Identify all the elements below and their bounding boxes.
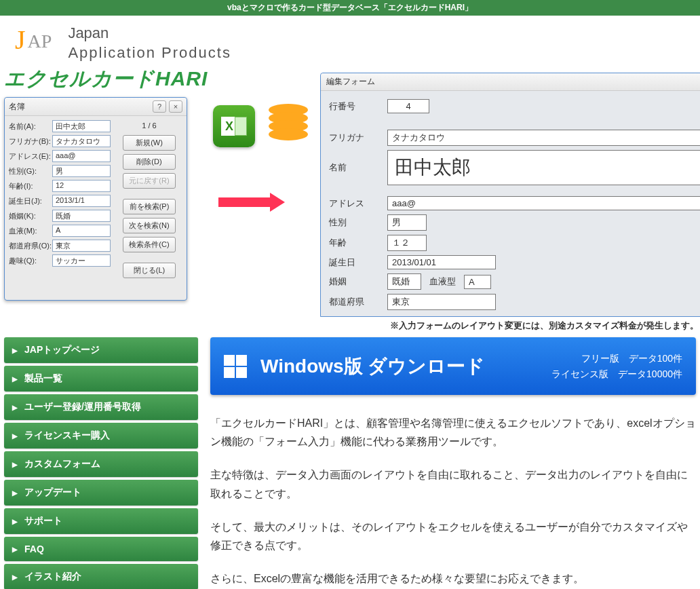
nav-label-7: FAQ [24, 544, 44, 554]
download-title: Windows版 ダウンロード [260, 354, 551, 379]
download-button[interactable]: Windows版 ダウンロード フリー版 データ100件 ライセンス版 データ1… [210, 337, 696, 395]
chevron-right-icon: ▶ [12, 432, 18, 440]
database-icon [269, 104, 308, 136]
dlg-label-2: アドレス(E): [9, 151, 52, 162]
address-label: アドレス [329, 197, 387, 210]
chevron-right-icon: ▶ [12, 347, 18, 354]
close-button[interactable]: 閉じる(L) [123, 263, 176, 278]
nav-label-8: イラスト紹介 [24, 571, 81, 583]
dlg-input-4[interactable]: 12 [52, 180, 111, 192]
header: J AP Japan Application Products [0, 16, 700, 62]
dialog-title: 名簿 [9, 101, 150, 113]
marriage-label: 婚姻 [329, 276, 387, 288]
chevron-right-icon: ▶ [12, 461, 18, 468]
nav-item-3[interactable]: ▶ライセンスキー購入 [4, 423, 198, 449]
logo-line1: Japan [68, 24, 231, 43]
dlg-input-5[interactable]: 2013/1/1 [52, 195, 111, 207]
nav-item-1[interactable]: ▶製品一覧 [4, 366, 198, 392]
dlg-label-5: 誕生日(J): [9, 196, 52, 206]
dlg-label-4: 年齢(I): [9, 181, 52, 191]
dl-free-label: フリー版 [581, 353, 619, 364]
address-input[interactable]: aaa@ [387, 196, 700, 210]
paragraph-1: 主な特徴は、データ入力画面のレイアウトを自由に取れること、データ出力のレイアウト… [210, 466, 696, 502]
nav-label-0: JAPトップページ [24, 344, 100, 356]
next-button[interactable]: 次を検索(N) [123, 218, 176, 233]
nav-label-1: 製品一覧 [24, 373, 62, 385]
arrow-icon [218, 197, 285, 212]
paragraph-2: そして、最大のメリットは、そのレイアウトをエクセルを使えるユーザーが自分でカスタ… [210, 518, 696, 554]
dlg-input-8[interactable]: 東京 [52, 240, 111, 252]
nav-item-8[interactable]: ▶イラスト紹介 [4, 564, 198, 589]
dialog-close-button[interactable]: × [169, 100, 182, 113]
nav-label-2: ユーザー登録/運用番号取得 [24, 401, 141, 413]
hero-area: 名簿 ? × 名前(A):田中太郎フリガナ(B):タナカタロウアドレス(E):a… [4, 97, 696, 332]
blood-input[interactable]: A [464, 275, 491, 289]
dlg-label-3: 性別(G): [9, 166, 52, 176]
dlg-input-9[interactable]: サッカー [52, 254, 111, 267]
content: Windows版 ダウンロード フリー版 データ100件 ライセンス版 データ1… [210, 337, 696, 589]
marriage-input[interactable]: 既婚 [387, 273, 421, 290]
logo-line2: Application Products [68, 43, 231, 63]
gender-input[interactable]: 男 [387, 214, 427, 231]
new-button[interactable]: 新規(W) [123, 135, 176, 151]
layout-note: ※入力フォームのレイアウト変更には、別途カスタマイズ料金が発生します。 [390, 320, 699, 332]
nav-item-5[interactable]: ▶アップデート [4, 480, 198, 506]
criteria-button[interactable]: 検索条件(C) [123, 237, 176, 252]
logo-j: J [15, 24, 26, 56]
chevron-right-icon: ▶ [12, 573, 18, 581]
nav-item-0[interactable]: ▶JAPトップページ [4, 337, 198, 363]
meibo-dialog: 名簿 ? × 名前(A):田中太郎フリガナ(B):タナカタロウアドレス(E):a… [4, 97, 187, 301]
nav-label-5: アップデート [24, 487, 81, 499]
dl-license-label: ライセンス版 [551, 368, 608, 379]
dlg-input-3[interactable]: 男 [52, 165, 111, 177]
birthday-label: 誕生日 [329, 256, 387, 269]
excel-sheet-icon [235, 117, 247, 136]
body-text: 「エクセルカードHARI」とは、顧客管理や名簿管理に使えるエクセルソフトであり、… [210, 414, 696, 588]
nav-item-6[interactable]: ▶サポート [4, 508, 198, 534]
dl-free-limit: データ100件 [629, 353, 682, 364]
top-banner: vbaとマクロで作るカード型データベース「エクセルカードHARI」 [0, 0, 700, 16]
edit-form: 編集フォーム 行番号 4 フリガナ タナカタロウ 名前 田中太郎 アドレス [320, 73, 700, 317]
name-label: 名前 [329, 162, 387, 174]
age-label: 年齢 [329, 237, 387, 249]
dlg-label-0: 名前(A): [9, 121, 52, 132]
furigana-label: フリガナ [329, 132, 387, 144]
windows-icon [224, 355, 247, 378]
paragraph-3: さらに、Excelの豊富な機能を活用できるため様々な要望にお応えできます。 [210, 569, 696, 588]
age-input[interactable]: １２ [387, 235, 427, 251]
dlg-input-1[interactable]: タナカタロウ [52, 135, 111, 147]
dialog-counter: 1 / 6 [116, 121, 182, 130]
nav-item-7[interactable]: ▶FAQ [4, 537, 198, 561]
nav-item-4[interactable]: ▶カスタムフォーム [4, 451, 198, 477]
dialog-titlebar: 名簿 ? × [5, 98, 187, 116]
name-input[interactable]: 田中太郎 [387, 150, 700, 185]
blood-label: 血液型 [429, 276, 456, 288]
dlg-input-0[interactable]: 田中太郎 [52, 120, 111, 132]
nav-item-2[interactable]: ▶ユーザー登録/運用番号取得 [4, 394, 198, 420]
dialog-help-button[interactable]: ? [153, 100, 166, 113]
dlg-label-8: 都道府県(O): [9, 241, 52, 251]
prev-button[interactable]: 前を検索(P) [123, 199, 176, 214]
delete-button[interactable]: 削除(D) [123, 154, 176, 170]
chevron-right-icon: ▶ [12, 404, 18, 411]
undo-button[interactable]: 元に戻す(R) [123, 173, 176, 189]
chevron-right-icon: ▶ [12, 518, 18, 525]
edit-form-title: 編集フォーム [321, 73, 700, 91]
gender-label: 性別 [329, 216, 387, 229]
dlg-input-7[interactable]: A [52, 225, 111, 237]
dlg-input-2[interactable]: aaa@ [52, 150, 111, 162]
rownum-value[interactable]: 4 [387, 99, 429, 113]
dlg-input-6[interactable]: 既婚 [52, 210, 111, 222]
pref-input[interactable]: 東京 [387, 294, 496, 310]
dialog-fields: 名前(A):田中太郎フリガナ(B):タナカタロウアドレス(E):aaa@性別(G… [9, 120, 111, 282]
dlg-label-9: 趣味(Q): [9, 256, 52, 266]
chevron-right-icon: ▶ [12, 546, 18, 553]
excel-icon: X [213, 105, 255, 147]
furigana-input[interactable]: タナカタロウ [387, 130, 700, 146]
pref-label: 都道府県 [329, 296, 387, 308]
dlg-label-7: 血液(M): [9, 226, 52, 236]
dialog-buttons: 1 / 6 新規(W) 削除(D) 元に戻す(R) 前を検索(P) 次を検索(N… [111, 120, 182, 282]
dl-license-limit: データ10000件 [618, 368, 682, 379]
paragraph-0: 「エクセルカードHARI」とは、顧客管理や名簿管理に使えるエクセルソフトであり、… [210, 414, 696, 451]
birthday-input[interactable]: 2013/01/01 [387, 255, 496, 269]
